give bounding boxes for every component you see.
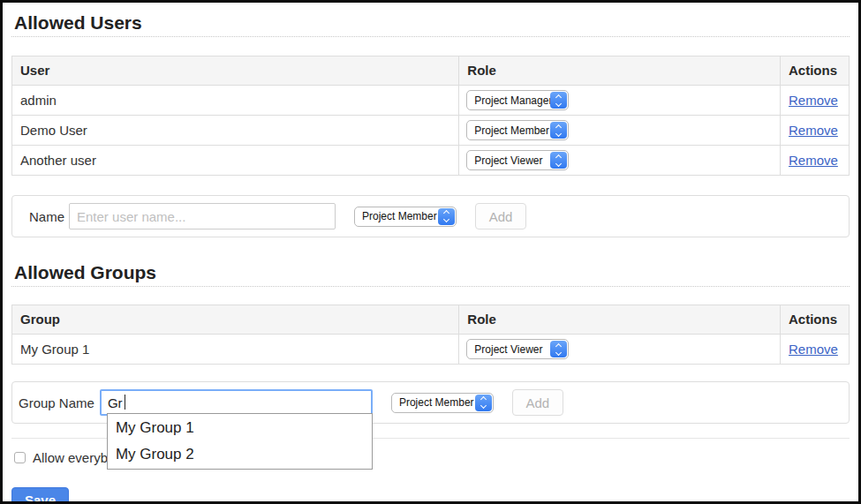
remove-user-link[interactable]: Remove (789, 123, 838, 138)
group-name-label: Group Name (19, 395, 94, 410)
allowed-groups-title: Allowed Groups (11, 258, 850, 287)
group-name-autocomplete-wrap: My Group 1 My Group 2 (100, 389, 373, 416)
users-header-user: User (12, 56, 459, 86)
table-row: Demo User Project Member Remove (12, 116, 850, 146)
table-row: Another user Project Viewer Remove (12, 146, 850, 176)
group-role-select[interactable]: Project Member (391, 393, 494, 413)
add-user-button[interactable]: Add (475, 203, 526, 229)
table-row: My Group 1 Project Viewer Remove (12, 335, 850, 365)
allowed-groups-table: Group Role Actions My Group 1 Project Vi… (11, 305, 850, 365)
role-select-value: Project Manager (474, 93, 550, 109)
role-select[interactable]: Project Viewer (466, 150, 569, 170)
select-stepper-icon (475, 395, 492, 411)
allowed-users-table: User Role Actions admin Project Manager … (11, 56, 850, 176)
users-header-actions: Actions (780, 56, 849, 86)
user-name: admin (12, 86, 459, 116)
add-user-form: Name Project Member Add (11, 195, 850, 237)
add-group-button[interactable]: Add (512, 389, 563, 416)
user-role-select-value: Project Member (362, 210, 437, 222)
table-row: admin Project Manager Remove (12, 86, 850, 116)
group-name-input[interactable] (100, 389, 373, 416)
groups-header-role: Role (459, 305, 781, 335)
select-stepper-icon (438, 208, 455, 225)
user-name-input[interactable] (69, 203, 336, 229)
autocomplete-item[interactable]: My Group 2 (108, 441, 372, 468)
groups-header-actions: Actions (781, 305, 850, 335)
role-select-value: Project Viewer (474, 342, 542, 357)
role-select-value: Project Viewer (474, 153, 542, 169)
group-name: My Group 1 (12, 335, 459, 365)
project-permissions-page: Allowed Users User Role Actions admin Pr… (0, 0, 861, 504)
select-stepper-icon (550, 122, 567, 139)
role-select-value: Project Member (474, 123, 549, 139)
user-name-label: Name (29, 209, 64, 224)
role-select[interactable]: Project Member (466, 120, 569, 140)
autocomplete-item[interactable]: My Group 1 (108, 415, 372, 441)
user-name: Another user (12, 146, 459, 176)
add-group-form: Group Name My Group 1 My Group 2 Project… (11, 381, 850, 424)
users-table-header-row: User Role Actions (12, 56, 850, 86)
select-stepper-icon (550, 341, 567, 357)
select-stepper-icon (550, 152, 567, 169)
allowed-users-title: Allowed Users (11, 8, 850, 37)
group-role-select-value: Project Member (399, 396, 474, 409)
allow-everybody-checkbox[interactable] (14, 452, 26, 463)
remove-group-link[interactable]: Remove (789, 342, 838, 357)
users-header-role: Role (459, 56, 781, 86)
save-button[interactable]: Save (11, 487, 69, 504)
text-cursor (125, 395, 125, 410)
groups-table-header-row: Group Role Actions (12, 305, 850, 335)
user-name: Demo User (12, 116, 459, 146)
user-role-select[interactable]: Project Member (354, 207, 457, 227)
groups-header-group: Group (12, 305, 459, 335)
role-select[interactable]: Project Viewer (466, 339, 569, 359)
group-autocomplete-dropdown: My Group 1 My Group 2 (107, 413, 373, 470)
page-content: Allowed Users User Role Actions admin Pr… (3, 8, 858, 504)
role-select[interactable]: Project Manager (466, 90, 569, 110)
select-stepper-icon (550, 92, 567, 109)
remove-user-link[interactable]: Remove (789, 153, 838, 168)
remove-user-link[interactable]: Remove (789, 93, 838, 108)
